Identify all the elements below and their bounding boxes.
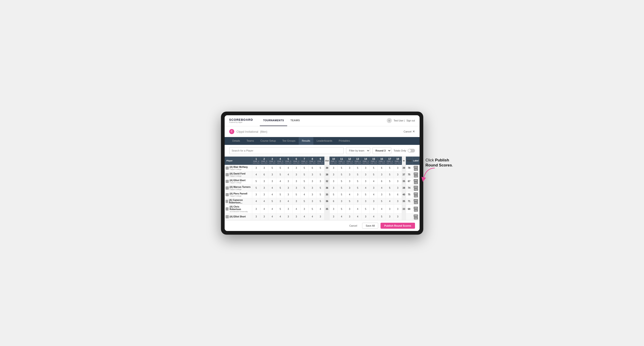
hole-14-score[interactable] [362,178,370,184]
hole-7-score[interactable] [300,204,308,213]
hole-3-score[interactable] [268,204,276,213]
hole-11-score[interactable] [338,191,346,198]
score-input[interactable] [339,167,344,169]
score-input[interactable] [396,193,400,196]
hole-15-score[interactable] [370,213,378,220]
score-input[interactable] [388,208,392,210]
score-input[interactable] [339,187,344,189]
score-input[interactable] [318,180,322,182]
hole-3-score[interactable] [268,191,276,198]
hole-13-score[interactable] [354,171,362,178]
wd-badge[interactable]: WD [414,166,418,168]
dq-badge[interactable]: DQ [414,209,418,212]
cancel-button[interactable]: Cancel [346,223,360,228]
score-input[interactable] [363,215,368,218]
score-input[interactable] [388,200,392,202]
score-input[interactable] [363,208,368,210]
score-input[interactable] [379,208,384,210]
hole-9-score[interactable] [316,191,324,198]
hole-17-score[interactable] [386,204,394,213]
hole-5-score[interactable] [284,213,292,220]
hole-4-score[interactable] [276,184,284,191]
score-input[interactable] [262,167,266,169]
score-input[interactable] [278,167,282,169]
score-input[interactable] [371,167,376,169]
hole-13-score[interactable] [354,165,362,172]
score-input[interactable] [302,167,307,169]
score-input[interactable] [363,187,368,189]
hole-1-score[interactable] [252,184,260,191]
hole-4-score[interactable] [276,178,284,184]
tab-tee-groups[interactable]: Tee Groups [279,137,299,145]
score-input[interactable] [355,200,360,202]
score-input[interactable] [331,200,336,202]
dq-badge[interactable]: DQ [414,202,418,204]
totals-toggle-switch[interactable] [408,149,415,153]
nav-teams[interactable]: TEAMS [287,115,303,126]
score-input[interactable] [294,167,299,169]
score-input[interactable] [262,187,266,189]
hole-9-score[interactable] [316,178,324,184]
score-input[interactable] [371,173,376,176]
hole-1-score[interactable] [252,165,260,172]
hole-13-score[interactable] [354,178,362,184]
hole-14-score[interactable] [362,165,370,172]
score-input[interactable] [355,180,360,182]
score-input[interactable] [363,180,368,182]
score-input[interactable] [396,208,400,210]
score-input[interactable] [371,215,376,218]
score-input[interactable] [302,187,307,189]
hole-3-score[interactable] [268,178,276,184]
hole-11-score[interactable] [338,213,346,220]
score-input[interactable] [270,167,274,169]
score-input[interactable] [379,173,384,176]
score-input[interactable] [331,180,336,182]
hole-5-score[interactable] [284,165,292,172]
hole-17-score[interactable] [386,213,394,220]
score-input[interactable] [310,215,314,218]
score-input[interactable] [286,173,290,176]
hole-4-score[interactable] [276,198,284,204]
score-input[interactable] [270,208,274,210]
wd-badge[interactable]: WD [414,214,418,217]
score-input[interactable] [339,173,344,176]
score-input[interactable] [270,173,274,176]
hole-7-score[interactable] [300,198,308,204]
score-input[interactable] [339,208,344,210]
score-input[interactable] [262,180,266,182]
score-input[interactable] [363,200,368,202]
hole-13-score[interactable] [354,191,362,198]
score-input[interactable] [331,173,336,176]
hole-6-score[interactable] [292,165,300,172]
score-input[interactable] [396,215,400,218]
search-input[interactable] [229,147,344,154]
score-input[interactable] [339,193,344,196]
score-input[interactable] [286,200,290,202]
score-input[interactable] [262,193,266,196]
score-input[interactable] [286,208,290,210]
hole-8-score[interactable] [308,204,316,213]
score-input[interactable] [294,187,299,189]
hole-8-score[interactable] [308,213,316,220]
hole-5-score[interactable] [284,178,292,184]
hole-6-score[interactable] [292,171,300,178]
score-input[interactable] [310,208,314,210]
hole-1-score[interactable] [252,204,260,213]
hole-18-score[interactable] [394,213,402,220]
score-input[interactable] [294,180,299,182]
hole-10-score[interactable] [330,198,338,204]
hole-9-score[interactable] [316,204,324,213]
hole-17-score[interactable] [386,171,394,178]
hole-8-score[interactable] [308,171,316,178]
score-input[interactable] [348,193,352,196]
hole-15-score[interactable] [370,171,378,178]
hole-2-score[interactable] [260,191,268,198]
tab-teams[interactable]: Teams [243,137,257,145]
score-input[interactable] [396,180,400,182]
dq-badge[interactable]: DQ [414,188,418,191]
hole-10-score[interactable] [330,178,338,184]
score-input[interactable] [254,173,258,176]
hole-16-score[interactable] [378,165,386,172]
score-input[interactable] [331,167,336,169]
hole-16-score[interactable] [378,198,386,204]
